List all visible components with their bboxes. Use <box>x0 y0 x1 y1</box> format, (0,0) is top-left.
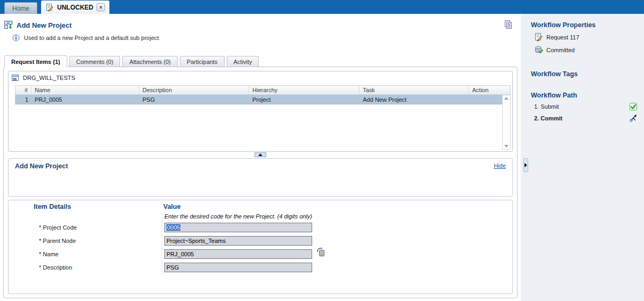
project-code-label: * Project Code <box>39 224 77 231</box>
workflow-step-submit: 1. Submit <box>534 102 638 111</box>
workflow-tags-heading: Workflow Tags <box>531 70 638 78</box>
col-name[interactable]: Name <box>31 86 139 94</box>
cell-description: PSG <box>139 95 249 104</box>
main-content: Add New Project Used to add a new Projec… <box>0 14 521 301</box>
tab-unlocked-label: UNLOCKED <box>57 4 93 11</box>
col-hierarchy[interactable]: Hierarchy <box>249 86 360 94</box>
name-input[interactable]: PRJ_0005 <box>164 249 312 259</box>
tab-participants-label: Participants <box>187 59 217 65</box>
workflow-step-commit: 2. Commit <box>534 114 638 123</box>
database-check-icon <box>534 45 543 54</box>
tab-unlocked[interactable]: UNLOCKED ✕ <box>41 1 109 14</box>
scroll-down-icon[interactable] <box>504 145 508 148</box>
tab-comments-label: Comments (0) <box>76 59 114 65</box>
copy-pages-icon[interactable] <box>503 19 513 31</box>
tab-home[interactable]: Home <box>4 2 37 14</box>
table-header-row: # Name Description Hierarchy Task Action <box>15 85 511 95</box>
table-row[interactable]: 1 PRJ_0005 PSG Project Add New Project <box>15 95 502 104</box>
tab-activity-label: Activity <box>234 59 252 65</box>
value-heading: Value <box>163 203 181 210</box>
horizontal-splitter <box>8 152 513 158</box>
request-number: Request 117 <box>546 34 579 40</box>
tab-activity[interactable]: Activity <box>227 56 259 67</box>
collapse-up-button[interactable] <box>255 152 266 157</box>
parent-node-label: * Parent Node <box>39 238 76 244</box>
request-items-panel: DRG_WILL_TESTS # Name Description Hierar… <box>3 67 518 298</box>
tab-comments[interactable]: Comments (0) <box>69 56 121 67</box>
hierarchy-grid-icon <box>11 74 20 82</box>
table-title: DRG_WILL_TESTS <box>23 75 75 81</box>
project-code-input[interactable]: 0005 <box>164 223 312 232</box>
tab-attachments[interactable]: Attachments (0) <box>122 56 178 67</box>
workflow-sidebar: Workflow Properties Request 117 Committe… <box>521 14 644 301</box>
request-tabstrip: Request Items (1) Comments (0) Attachmen… <box>4 55 259 67</box>
col-task[interactable]: Task <box>360 86 469 94</box>
project-code-value: 0005 <box>166 224 180 231</box>
workflow-path-heading: Workflow Path <box>531 92 638 99</box>
cell-task: Add New Project <box>360 95 469 104</box>
request-document-icon <box>534 32 543 42</box>
status-property-item: Committed <box>534 45 638 54</box>
tab-request-items[interactable]: Request Items (1) <box>4 55 67 67</box>
name-label: * Name <box>39 251 59 257</box>
step-completed-check-icon <box>629 102 638 111</box>
document-pencil-icon <box>45 3 54 12</box>
cell-number: 1 <box>15 95 31 104</box>
info-text: Used to add a new Project and a default … <box>24 35 159 41</box>
step-submit-label: 1. Submit <box>534 103 559 110</box>
description-input[interactable]: PSG <box>164 263 312 272</box>
item-details-heading: Item Details <box>34 203 71 210</box>
add-project-icon <box>4 21 13 29</box>
col-action[interactable]: Action <box>469 86 510 94</box>
calculator-icon[interactable] <box>316 247 325 258</box>
cell-name: PRJ_0005 <box>31 95 139 104</box>
detail-panel-title: Add New Project <box>15 162 68 170</box>
expand-right-icon <box>524 163 527 167</box>
collapse-up-icon <box>258 153 263 156</box>
tab-home-label: Home <box>12 5 29 12</box>
col-number[interactable]: # <box>15 86 31 94</box>
page-title: Add New Project <box>17 21 71 29</box>
parent-node-value: Project~Sports_Teams <box>166 238 226 244</box>
sidebar-collapse-handle[interactable] <box>523 158 528 172</box>
hide-link[interactable]: Hide <box>494 162 506 169</box>
tab-participants[interactable]: Participants <box>180 56 224 67</box>
request-items-table-box: DRG_WILL_TESTS # Name Description Hierar… <box>8 71 513 152</box>
step-commit-label: 2. Commit <box>534 115 562 121</box>
table-scrollbar[interactable] <box>502 95 511 150</box>
workflow-properties-heading: Workflow Properties <box>531 21 638 29</box>
tab-request-items-label: Request Items (1) <box>11 59 60 65</box>
cell-action <box>469 95 502 104</box>
request-property-item: Request 117 <box>534 32 638 42</box>
status-badge: Committed <box>546 47 575 53</box>
request-items-table: # Name Description Hierarchy Task Action… <box>15 85 511 150</box>
scroll-up-icon[interactable] <box>504 97 508 100</box>
project-code-hint: Enter the desired code for the new Proje… <box>164 213 312 219</box>
form-column-divider <box>162 213 162 274</box>
parent-node-input[interactable]: Project~Sports_Teams <box>164 236 312 246</box>
close-tab-icon[interactable]: ✕ <box>97 3 105 11</box>
step-current-branch-icon <box>629 114 638 123</box>
name-value: PRJ_0005 <box>166 251 194 257</box>
item-details-form: Item Details Value Enter the desired cod… <box>8 200 513 294</box>
top-tab-bar: Home UNLOCKED ✕ <box>0 0 644 14</box>
col-description[interactable]: Description <box>139 86 249 94</box>
cell-hierarchy: Project <box>249 95 360 104</box>
info-icon <box>12 34 20 42</box>
add-new-project-panel: Add New Project Hide <box>8 158 513 197</box>
description-label: * Description <box>39 264 72 271</box>
description-value: PSG <box>166 264 179 271</box>
tab-attachments-label: Attachments (0) <box>129 59 171 65</box>
